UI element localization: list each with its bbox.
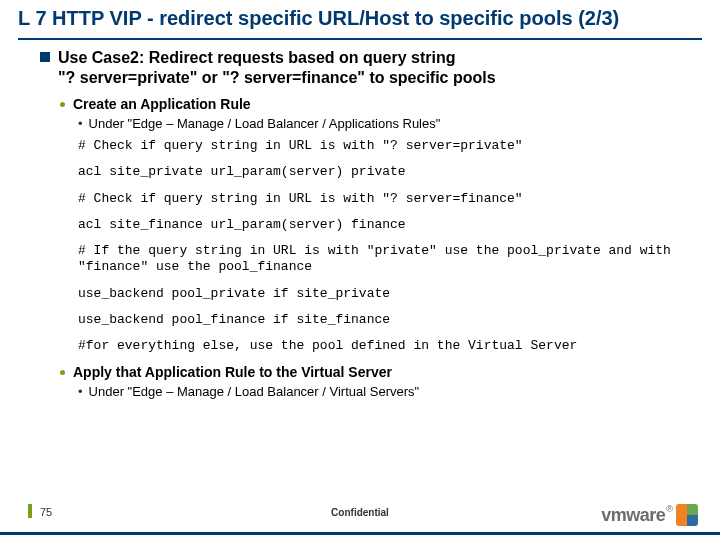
code-line: use_backend pool_finance if site_finance xyxy=(78,312,692,328)
create-rule-sub-text: Under "Edge – Manage / Load Balancer / A… xyxy=(89,116,441,131)
footer: 75 Confidential vmware ® xyxy=(0,512,720,540)
code-line: # Check if query string in URL is with "… xyxy=(78,138,692,154)
apply-rule-text: Apply that Application Rule to the Virtu… xyxy=(73,364,392,380)
lvl1-item-apply: Apply that Application Rule to the Virtu… xyxy=(60,364,692,380)
vmware-logo: vmware ® xyxy=(601,504,698,526)
code-line: #for everything else, use the pool defin… xyxy=(78,338,692,354)
lvl2-item-apply-sub: • Under "Edge – Manage / Load Balancer /… xyxy=(78,384,692,400)
create-rule-text: Create an Application Rule xyxy=(73,96,251,112)
code-line: use_backend pool_private if site_private xyxy=(78,286,692,302)
code-block: # Check if query string in URL is with "… xyxy=(78,138,692,354)
lvl2-list-b: • Under "Edge – Manage / Load Balancer /… xyxy=(78,384,692,400)
apply-rule-sub-text: Under "Edge – Manage / Load Balancer / V… xyxy=(89,384,420,399)
small-bullet-icon: • xyxy=(78,116,83,132)
usecase-sub: "? server=private" or "? server=finance"… xyxy=(58,69,496,86)
registered-icon: ® xyxy=(666,504,673,514)
logo-box-icon xyxy=(676,504,698,526)
lvl2-list-a: • Under "Edge – Manage / Load Balancer /… xyxy=(78,116,692,132)
code-line: acl site_finance url_param(server) finan… xyxy=(78,217,692,233)
code-line: # If the query string in URL is with "pr… xyxy=(78,243,692,276)
title-row: L 7 HTTP VIP - redirect specific URL/Hos… xyxy=(0,0,720,34)
dot-bullet-icon xyxy=(60,370,65,375)
small-bullet-icon: • xyxy=(78,384,83,400)
lvl2-item-create-sub: • Under "Edge – Manage / Load Balancer /… xyxy=(78,116,692,132)
usecase-row: Use Case2: Redirect requests based on qu… xyxy=(40,48,692,88)
slide: L 7 HTTP VIP - redirect specific URL/Hos… xyxy=(0,0,720,540)
content: Use Case2: Redirect requests based on qu… xyxy=(0,40,720,540)
footer-rule xyxy=(0,532,720,535)
code-line: # Check if query string in URL is with "… xyxy=(78,191,692,207)
code-line: acl site_private url_param(server) priva… xyxy=(78,164,692,180)
slide-title: L 7 HTTP VIP - redirect specific URL/Hos… xyxy=(18,6,702,30)
logo-text: vmware xyxy=(601,505,665,526)
square-bullet-icon xyxy=(40,52,50,62)
dot-bullet-icon xyxy=(60,102,65,107)
lvl1-item-create: Create an Application Rule xyxy=(60,96,692,112)
usecase-lead: Use Case2: Redirect requests based on qu… xyxy=(58,49,455,66)
lvl1-list-b: Apply that Application Rule to the Virtu… xyxy=(60,364,692,380)
lvl1-list: Create an Application Rule xyxy=(60,96,692,112)
usecase-text: Use Case2: Redirect requests based on qu… xyxy=(58,48,496,88)
